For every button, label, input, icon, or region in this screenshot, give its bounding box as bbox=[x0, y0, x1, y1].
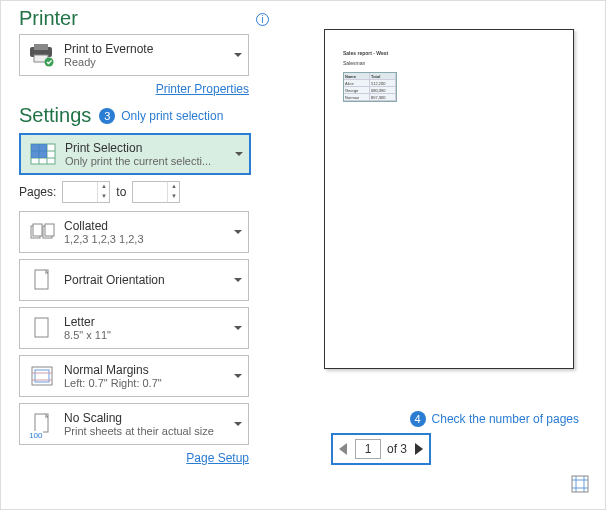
pages-to-input[interactable]: ▲▼ bbox=[132, 181, 180, 203]
collate-icon bbox=[26, 217, 58, 247]
collate-sub: 1,2,3 1,2,3 1,2,3 bbox=[64, 233, 230, 245]
preview-table: Name Total Alice 512,200 George 680,390 … bbox=[343, 72, 397, 102]
callout-step-4: 4 Check the number of pages bbox=[309, 411, 579, 427]
spin-down-icon[interactable]: ▼ bbox=[168, 192, 179, 202]
chevron-down-icon bbox=[234, 53, 242, 57]
pages-from-input[interactable]: ▲▼ bbox=[62, 181, 110, 203]
prev-page-button[interactable] bbox=[339, 443, 347, 455]
page-navigator: 1 of 3 bbox=[331, 433, 431, 465]
spin-up-icon[interactable]: ▲ bbox=[98, 182, 109, 192]
chevron-down-icon bbox=[235, 152, 243, 156]
printer-heading-row: i Printer bbox=[19, 7, 269, 30]
paper-size-selector[interactable]: Letter 8.5" x 11" bbox=[19, 307, 249, 349]
printer-properties-link[interactable]: Printer Properties bbox=[156, 82, 249, 96]
margins-sub: Left: 0.7" Right: 0.7" bbox=[64, 377, 230, 389]
callout-badge-4: 4 bbox=[410, 411, 426, 427]
portrait-icon bbox=[26, 265, 58, 295]
paper-sub: 8.5" x 11" bbox=[64, 329, 230, 341]
svg-point-3 bbox=[45, 58, 54, 67]
scaling-sub: Print sheets at their actual size bbox=[64, 425, 230, 437]
chevron-down-icon bbox=[234, 278, 242, 282]
margins-icon bbox=[26, 361, 58, 391]
svg-rect-12 bbox=[33, 224, 42, 236]
chevron-down-icon bbox=[234, 422, 242, 426]
svg-rect-15 bbox=[35, 318, 48, 337]
show-margins-button[interactable] bbox=[571, 475, 589, 493]
page-total-label: of 3 bbox=[387, 442, 407, 456]
chevron-down-icon bbox=[234, 374, 242, 378]
svg-rect-9 bbox=[31, 144, 47, 158]
printer-selector[interactable]: Print to Evernote Ready bbox=[19, 34, 249, 76]
next-page-button[interactable] bbox=[415, 443, 423, 455]
pages-to-label: to bbox=[116, 185, 126, 199]
collate-selector[interactable]: Collated 1,2,3 1,2,3 1,2,3 bbox=[19, 211, 249, 253]
pages-range-row: Pages: ▲▼ to ▲▼ bbox=[19, 181, 269, 203]
printer-status: Ready bbox=[64, 56, 230, 68]
page-icon bbox=[26, 313, 58, 343]
scaling-selector[interactable]: 100 No Scaling Print sheets at their act… bbox=[19, 403, 249, 445]
scaling-badge: 100 bbox=[28, 431, 43, 440]
printer-name: Print to Evernote bbox=[64, 42, 230, 56]
info-icon[interactable]: i bbox=[256, 13, 269, 26]
chevron-down-icon bbox=[234, 326, 242, 330]
callout-text-3: Only print selection bbox=[121, 109, 223, 123]
collate-title: Collated bbox=[64, 219, 230, 233]
print-area-selector[interactable]: Print Selection Only print the current s… bbox=[19, 133, 251, 175]
spin-down-icon[interactable]: ▼ bbox=[98, 192, 109, 202]
svg-rect-1 bbox=[34, 44, 48, 50]
paper-title: Letter bbox=[64, 315, 230, 329]
svg-rect-21 bbox=[572, 476, 588, 492]
margins-selector[interactable]: Normal Margins Left: 0.7" Right: 0.7" bbox=[19, 355, 249, 397]
grid-selection-icon bbox=[27, 139, 59, 169]
margins-title: Normal Margins bbox=[64, 363, 230, 377]
spin-up-icon[interactable]: ▲ bbox=[168, 182, 179, 192]
printer-heading: Printer bbox=[19, 7, 269, 30]
preview-title: Sales report - West bbox=[343, 50, 397, 56]
printer-icon bbox=[26, 40, 58, 70]
orientation-title: Portrait Orientation bbox=[64, 273, 230, 287]
current-page-input[interactable]: 1 bbox=[355, 439, 381, 459]
scaling-title: No Scaling bbox=[64, 411, 230, 425]
print-area-title: Print Selection bbox=[65, 141, 231, 155]
print-preview-page: Sales report - West Salesman Name Total … bbox=[324, 29, 574, 369]
callout-badge-3: 3 bbox=[99, 108, 115, 124]
callout-step-3: 3 Only print selection bbox=[99, 108, 223, 124]
svg-rect-13 bbox=[45, 224, 54, 236]
callout-text-4: Check the number of pages bbox=[432, 412, 579, 426]
chevron-down-icon bbox=[234, 230, 242, 234]
pages-label: Pages: bbox=[19, 185, 56, 199]
orientation-selector[interactable]: Portrait Orientation bbox=[19, 259, 249, 301]
page-setup-link[interactable]: Page Setup bbox=[186, 451, 249, 465]
print-area-sub: Only print the current selecti... bbox=[65, 155, 231, 167]
preview-subtitle: Salesman bbox=[343, 60, 397, 66]
scaling-icon: 100 bbox=[26, 409, 58, 439]
settings-heading: Settings bbox=[19, 104, 91, 127]
